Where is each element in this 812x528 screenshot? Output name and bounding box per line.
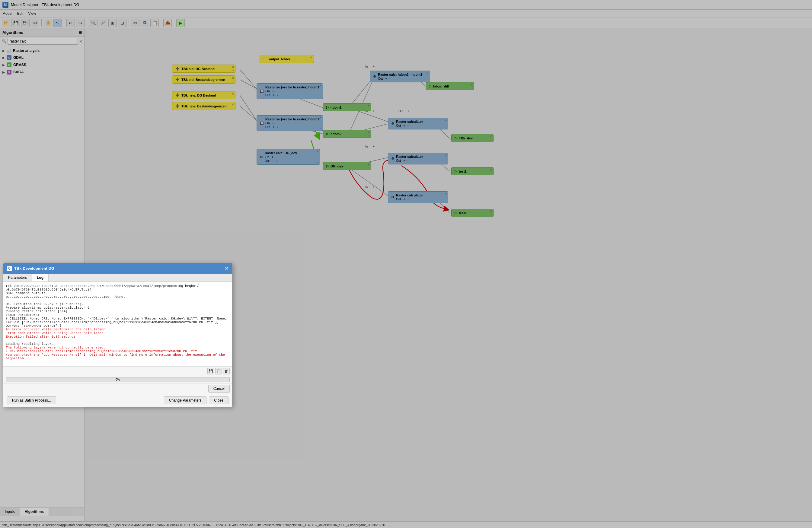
dialog-progress-section: 0% bbox=[3, 376, 232, 383]
close-button[interactable]: Close bbox=[209, 396, 229, 404]
progress-label: 0% bbox=[116, 378, 120, 381]
dialog-copy-log-icon[interactable]: 📋 bbox=[215, 368, 222, 375]
dialog: Q TBk Development DG ✕ Parameters Log tb… bbox=[3, 263, 232, 407]
dialog-overlay: Q TBk Development DG ✕ Parameters Log tb… bbox=[0, 0, 812, 528]
cancel-button[interactable]: Cancel bbox=[208, 385, 230, 393]
dialog-log-content: tbk_2019/20220330_1022/TBk_Bestandeskart… bbox=[3, 282, 232, 366]
dialog-titlebar: Q TBk Development DG ✕ bbox=[3, 263, 232, 274]
dialog-clear-log-icon[interactable]: 🗑 bbox=[223, 368, 230, 375]
change-parameters-button[interactable]: Change Parameters bbox=[164, 396, 206, 404]
dialog-close-button[interactable]: ✕ bbox=[224, 265, 229, 271]
dialog-tab-parameters[interactable]: Parameters bbox=[3, 274, 32, 281]
dialog-tab-log[interactable]: Log bbox=[32, 274, 48, 281]
dialog-title: TBk Development DG bbox=[14, 266, 54, 270]
dialog-save-log-icon[interactable]: 💾 bbox=[207, 368, 214, 375]
dialog-footer: Run as Batch Process... Change Parameter… bbox=[3, 394, 232, 407]
dialog-tabs: Parameters Log bbox=[3, 274, 232, 282]
dialog-app-icon: Q bbox=[7, 266, 12, 271]
progress-bar: 0% bbox=[6, 377, 230, 382]
run-batch-button[interactable]: Run as Batch Process... bbox=[7, 396, 56, 404]
